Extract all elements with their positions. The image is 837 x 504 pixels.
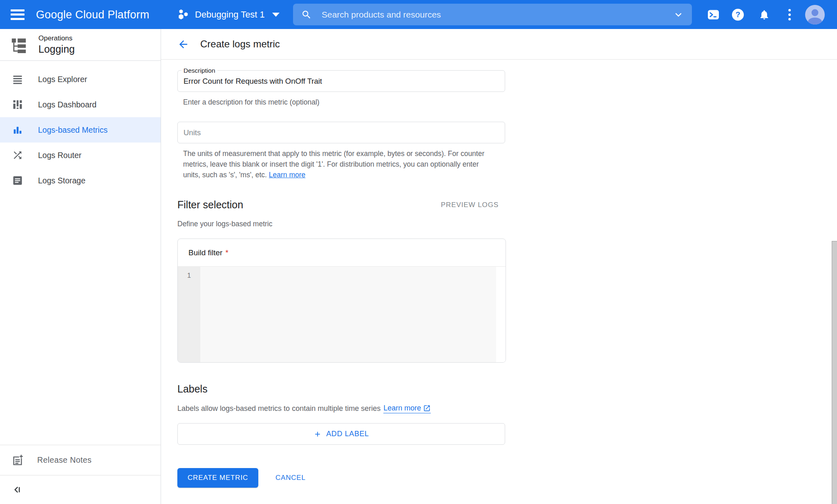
more-vert-icon[interactable] [788,9,791,20]
collapse-sidebar-icon[interactable] [11,484,22,495]
description-helper-text: Enter a description for this metric (opt… [183,97,837,107]
build-filter-label: Build filter [188,248,222,257]
logs-explorer-icon [11,74,24,85]
create-metric-button[interactable]: CREATE METRIC [177,468,258,488]
editor-line-number: 1 [178,272,200,279]
release-notes-icon [11,454,24,466]
sidebar-item-logs-based-metrics[interactable]: Logs-based Metrics [0,117,161,143]
units-learn-more-link[interactable]: Learn more [269,171,306,179]
add-label-button[interactable]: ADD LABEL [177,423,505,445]
filter-selection-heading: Filter selection [177,199,243,211]
units-field [177,122,505,143]
cloud-shell-icon[interactable] [707,9,719,20]
editor-line-number-gutter: 1 [178,267,200,362]
product-logo: Google Cloud Platform [36,8,149,21]
help-icon[interactable]: ? [732,9,744,20]
labels-heading: Labels [177,383,837,395]
required-marker: * [225,248,228,257]
vertical-scrollbar-thumb[interactable] [832,241,837,504]
logs-router-icon [11,149,24,161]
project-icon [177,9,189,21]
labels-learn-more-link[interactable]: Learn more [383,404,431,413]
search-expand-chevron-icon[interactable] [673,9,684,20]
cancel-button[interactable]: CANCEL [275,474,306,482]
description-input[interactable] [178,71,505,91]
sidebar-title: Logging [38,43,75,55]
preview-logs-button[interactable]: PREVIEW LOGS [441,201,499,209]
build-filter-header: Build filter * [178,239,506,267]
sidebar-nav: Logs Explorer Logs Dashboard Logs-base [0,61,161,193]
avatar[interactable] [805,5,825,25]
logs-storage-icon [11,175,24,186]
build-filter-editor[interactable] [200,267,496,362]
back-arrow-icon[interactable] [177,38,189,50]
labels-description: Labels allow logs-based metrics to conta… [177,404,837,413]
logging-icon [11,37,27,53]
sidebar-item-logs-router[interactable]: Logs Router [0,143,161,168]
search-placeholder: Search products and resources [322,10,673,20]
sidebar-item-release-notes[interactable]: Release Notes [0,445,161,475]
project-switcher[interactable]: Debugging Test 1 [177,0,280,29]
page-title: Create logs metric [200,38,280,50]
plus-icon [313,430,322,438]
app-header: Google Cloud Platform Debugging Test 1 S… [0,0,837,29]
logs-based-metrics-icon [11,124,24,136]
description-field: Description [177,70,505,92]
sidebar-eyebrow: Operations [38,34,75,42]
logs-dashboard-icon [11,99,24,110]
units-input[interactable] [178,122,505,143]
project-name: Debugging Test 1 [195,9,265,20]
filter-subtitle: Define your logs-based metric [177,220,837,228]
project-caret-icon [272,13,280,17]
notifications-icon[interactable] [759,9,770,20]
build-filter-card: Build filter * 1 [177,239,506,363]
search-icon [301,9,312,20]
sidebar-item-logs-dashboard[interactable]: Logs Dashboard [0,92,161,117]
main-content: Create logs metric Description Enter a d… [161,29,837,504]
sidebar-header: Operations Logging [0,29,161,61]
hamburger-menu-icon[interactable] [11,9,25,20]
page-header: Create logs metric [161,29,837,60]
sidebar-item-logs-storage[interactable]: Logs Storage [0,168,161,193]
search-input[interactable]: Search products and resources [293,4,692,25]
external-link-icon [423,404,431,412]
editor-scroll-area [496,267,506,362]
sidebar-item-logs-explorer[interactable]: Logs Explorer [0,67,161,92]
units-helper-text: The units of measurement that apply to t… [183,148,492,180]
sidebar: Operations Logging Logs Explorer Log [0,29,161,504]
